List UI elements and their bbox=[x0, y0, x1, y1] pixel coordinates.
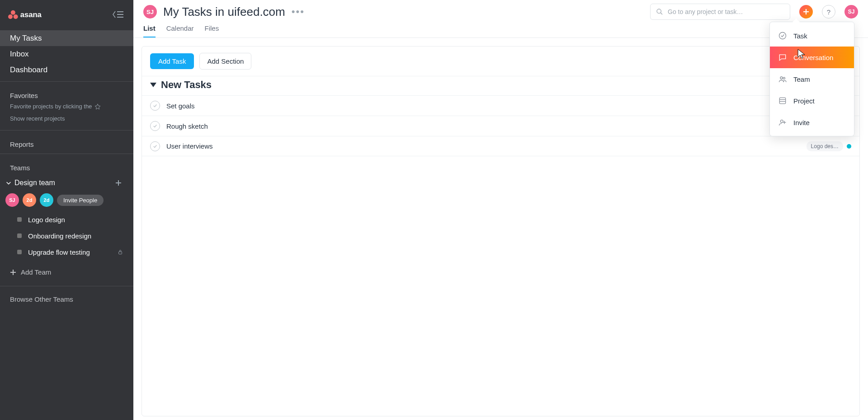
menu-item-invite[interactable]: Invite bbox=[770, 112, 854, 133]
project-color-dot bbox=[17, 217, 22, 222]
main: SJ My Tasks in uifeed.com ••• Go to any … bbox=[133, 0, 868, 420]
svg-text:asana: asana bbox=[20, 10, 42, 19]
team-row[interactable]: Design team bbox=[0, 175, 133, 190]
sidebar-project-item[interactable]: Logo design bbox=[0, 211, 133, 228]
team-members: SJ 2d 2d Invite People bbox=[0, 190, 133, 211]
svg-point-1 bbox=[8, 14, 13, 19]
team-name: Design team bbox=[14, 179, 55, 187]
check-circle-icon bbox=[778, 31, 787, 40]
chevron-down-icon bbox=[5, 180, 12, 186]
sidebar-item-dashboard[interactable]: Dashboard bbox=[0, 62, 133, 78]
page-owner-avatar[interactable]: SJ bbox=[143, 5, 157, 19]
collapse-triangle-icon bbox=[150, 83, 156, 87]
chat-icon bbox=[778, 53, 787, 62]
svg-rect-9 bbox=[119, 252, 122, 254]
plus-icon bbox=[10, 269, 16, 275]
collapse-sidebar-icon[interactable] bbox=[112, 10, 124, 19]
svg-line-13 bbox=[660, 13, 662, 14]
sidebar-item-label: Dashboard bbox=[10, 65, 47, 75]
menu-item-label: Task bbox=[793, 32, 807, 40]
sidebar-project-item[interactable]: Upgrade flow testing bbox=[0, 244, 133, 260]
svg-point-17 bbox=[780, 77, 783, 79]
task-title: Rough sketch bbox=[166, 122, 208, 130]
more-options-icon[interactable]: ••• bbox=[292, 6, 305, 18]
topbar-right: Go to any project or task… ? SJ bbox=[650, 4, 858, 20]
add-team-label: Add Team bbox=[21, 268, 51, 276]
plus-icon bbox=[803, 9, 809, 15]
invite-icon bbox=[778, 118, 787, 127]
svg-point-22 bbox=[780, 120, 783, 123]
sidebar: asana My Tasks Inbox Dashboard Favorites… bbox=[0, 0, 133, 420]
tasks-section-header[interactable]: New Tasks bbox=[142, 76, 859, 95]
project-color-dot bbox=[17, 250, 22, 254]
toolbar: Add Task Add Section bbox=[142, 47, 859, 76]
content: Add Task Add Section New Tasks bbox=[133, 38, 868, 420]
page-title: My Tasks in uifeed.com bbox=[163, 5, 285, 19]
sidebar-project-item[interactable]: Onboarding redesign bbox=[0, 228, 133, 244]
project-name: Logo design bbox=[28, 216, 65, 224]
sidebar-header: asana bbox=[0, 0, 133, 28]
task-complete-checkbox[interactable] bbox=[150, 101, 160, 111]
show-recent-projects-link[interactable]: Show recent projects bbox=[0, 115, 133, 128]
svg-point-2 bbox=[14, 14, 18, 19]
svg-rect-19 bbox=[779, 98, 785, 103]
show-recent-label: Show recent projects bbox=[10, 115, 65, 122]
search-icon bbox=[656, 8, 663, 15]
tab-bar: List Calendar Files bbox=[133, 20, 868, 38]
task-project-chip[interactable]: Logo des… bbox=[807, 141, 843, 151]
task-complete-checkbox[interactable] bbox=[150, 121, 160, 131]
task-row[interactable]: Set goals bbox=[142, 95, 859, 116]
svg-point-18 bbox=[783, 77, 785, 79]
project-color-dot bbox=[847, 144, 851, 149]
tab-calendar[interactable]: Calendar bbox=[166, 24, 194, 37]
menu-item-label: Invite bbox=[793, 119, 810, 126]
asana-logo[interactable]: asana bbox=[8, 9, 53, 20]
help-button[interactable]: ? bbox=[822, 5, 835, 19]
project-color-dot bbox=[17, 233, 22, 238]
menu-item-conversation[interactable]: Conversation bbox=[770, 47, 854, 68]
global-add-button[interactable] bbox=[799, 5, 813, 19]
avatar[interactable]: SJ bbox=[5, 193, 19, 207]
topbar: SJ My Tasks in uifeed.com ••• Go to any … bbox=[133, 0, 868, 20]
global-search-input[interactable]: Go to any project or task… bbox=[650, 4, 790, 20]
task-row[interactable]: User interviews Logo des… bbox=[142, 136, 859, 156]
menu-item-label: Conversation bbox=[793, 54, 833, 61]
task-meta: Logo des… bbox=[807, 141, 851, 151]
search-placeholder: Go to any project or task… bbox=[668, 8, 743, 15]
favorites-hint-text: Favorite projects by clicking the bbox=[10, 103, 92, 110]
sidebar-item-inbox[interactable]: Inbox bbox=[0, 46, 133, 62]
tab-list[interactable]: List bbox=[143, 24, 156, 37]
menu-item-label: Project bbox=[793, 97, 815, 105]
add-project-icon[interactable] bbox=[113, 178, 123, 188]
project-name: Onboarding redesign bbox=[28, 232, 91, 240]
avatar[interactable]: 2d bbox=[40, 193, 53, 207]
sidebar-item-my-tasks[interactable]: My Tasks bbox=[0, 30, 133, 46]
project-icon bbox=[778, 96, 787, 105]
tab-files[interactable]: Files bbox=[205, 24, 219, 37]
profile-avatar[interactable]: SJ bbox=[844, 5, 858, 19]
task-title: Set goals bbox=[166, 102, 195, 110]
svg-point-12 bbox=[657, 9, 661, 13]
divider bbox=[0, 81, 133, 82]
svg-point-16 bbox=[779, 33, 786, 39]
tasks-panel: Add Task Add Section New Tasks bbox=[142, 46, 860, 416]
menu-item-task[interactable]: Task bbox=[770, 25, 854, 47]
svg-point-0 bbox=[11, 10, 15, 14]
browse-other-teams-link[interactable]: Browse Other Teams bbox=[0, 288, 133, 310]
menu-item-project[interactable]: Project bbox=[770, 90, 854, 112]
menu-item-team[interactable]: Team bbox=[770, 68, 854, 90]
avatar[interactable]: 2d bbox=[23, 193, 36, 207]
menu-item-label: Team bbox=[793, 75, 810, 83]
sidebar-item-label: Inbox bbox=[10, 50, 29, 59]
reports-header[interactable]: Reports bbox=[0, 132, 133, 152]
divider bbox=[0, 286, 133, 286]
favorites-hint: Favorite projects by clicking the bbox=[0, 103, 133, 115]
project-name: Upgrade flow testing bbox=[28, 248, 90, 256]
add-task-button[interactable]: Add Task bbox=[150, 53, 194, 69]
add-team-button[interactable]: Add Team bbox=[0, 260, 133, 284]
task-complete-checkbox[interactable] bbox=[150, 141, 160, 151]
add-section-button[interactable]: Add Section bbox=[199, 53, 251, 70]
favorites-header: Favorites bbox=[0, 84, 133, 103]
task-row[interactable]: Rough sketch bbox=[142, 116, 859, 136]
invite-people-button[interactable]: Invite People bbox=[57, 195, 104, 206]
